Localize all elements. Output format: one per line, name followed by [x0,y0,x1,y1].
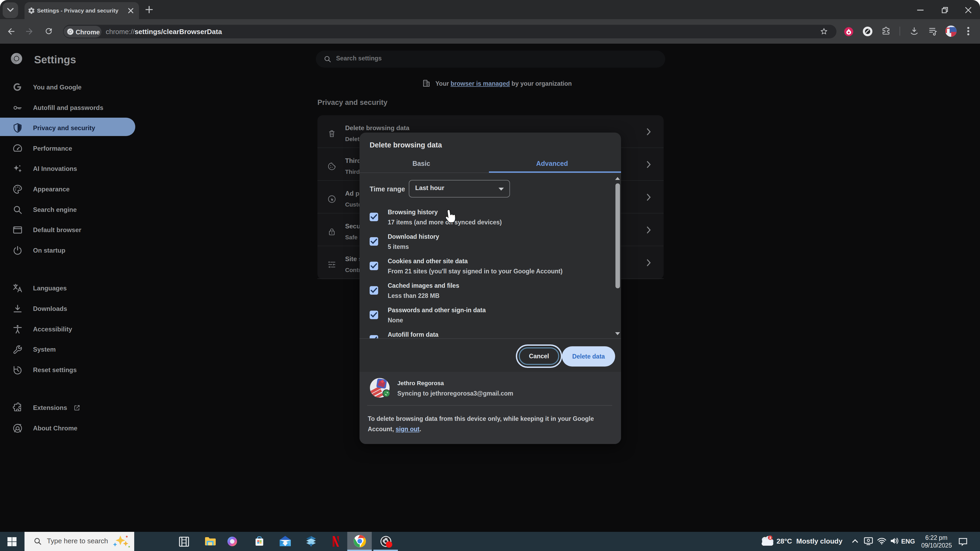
svg-text:3: 3 [769,536,771,540]
